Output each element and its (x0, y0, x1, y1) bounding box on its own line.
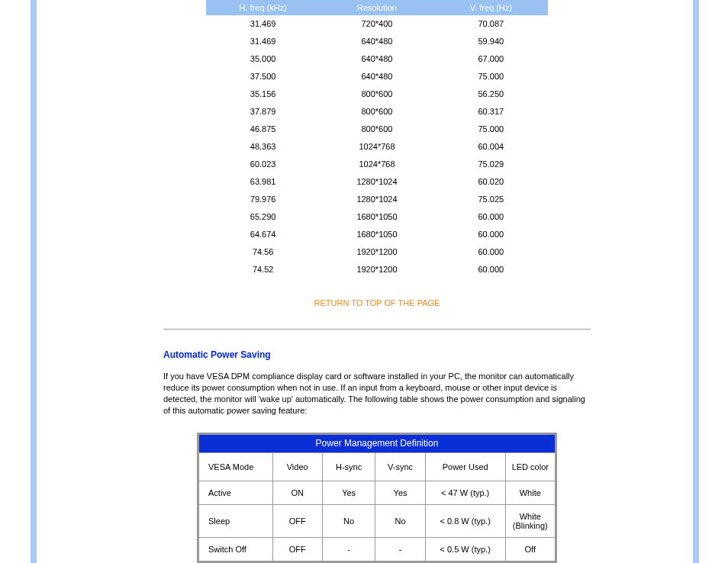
power-table-title-row: Power Management Definition (199, 435, 555, 452)
power-table-header-hsync: H-sync (323, 453, 375, 481)
section-heading-power-saving: Automatic Power Saving (163, 349, 591, 360)
table-row: 31.469640*48059.940 (206, 33, 548, 50)
table-row: 65.2901680*105060.000 (206, 208, 548, 226)
table-cell: Switch Off (199, 538, 272, 561)
power-table-header-row: VESA Mode Video H-sync V-sync Power Used… (199, 453, 555, 481)
table-cell: 720*400 (320, 15, 433, 33)
table-cell: 60.000 (434, 226, 548, 243)
table-row: 35.000640*48067.000 (206, 50, 548, 68)
table-cell: 1024*768 (320, 156, 433, 173)
table-cell: 1920*1200 (320, 261, 433, 278)
table-cell: OFF (273, 505, 322, 537)
table-cell: 35.000 (206, 50, 320, 68)
table-cell: 60.004 (434, 138, 548, 156)
table-cell: White (Blinking) (506, 505, 555, 537)
power-table-header-power: Power Used (426, 453, 505, 481)
table-cell: 35.156 (206, 85, 320, 103)
table-cell: Yes (323, 481, 375, 504)
table-cell: No (375, 505, 424, 537)
page: H. freq (kHz) Resolution V. freq (Hz) 31… (0, 0, 728, 563)
frequency-table: H. freq (kHz) Resolution V. freq (Hz) 31… (206, 0, 548, 278)
return-to-top-container: RETURN TO TOP OF THE PAGE (163, 298, 591, 307)
table-cell: 75.029 (434, 156, 548, 173)
table-cell: 31.469 (206, 15, 320, 33)
table-row: 31.469720*40070.087 (206, 15, 548, 33)
table-row: 37.500640*48075.000 (206, 68, 548, 85)
table-cell: 60.020 (434, 173, 548, 191)
table-cell: 800*600 (320, 121, 433, 138)
table-cell: 65.290 (206, 208, 320, 226)
table-cell: 79.976 (206, 191, 320, 208)
power-table-wrap: Power Management Definition VESA Mode Vi… (197, 433, 557, 563)
power-table-header-vsync: V-sync (375, 453, 424, 481)
table-row: 74.521920*120060.000 (206, 261, 548, 278)
table-cell: No (323, 505, 375, 537)
table-cell: 800*600 (320, 103, 433, 121)
table-cell: - (323, 538, 375, 561)
table-cell: 37.879 (206, 103, 320, 121)
table-cell: Off (506, 538, 555, 561)
table-cell: < 0.8 W (typ.) (426, 505, 505, 537)
right-accent-bar (693, 0, 699, 563)
table-cell: 64.674 (206, 226, 320, 243)
power-table-title: Power Management Definition (199, 435, 555, 452)
table-cell: 60.000 (434, 243, 548, 261)
freq-table-header-vfreq: V. freq (Hz) (434, 0, 548, 15)
power-management-table: Power Management Definition VESA Mode Vi… (197, 433, 557, 563)
table-cell: - (375, 538, 424, 561)
table-cell: 1680*1050 (320, 226, 433, 243)
table-row: 63.9811280*102460.020 (206, 173, 548, 191)
table-cell: < 47 W (typ.) (426, 481, 505, 504)
table-cell: 75.025 (434, 191, 548, 208)
table-cell: 63.981 (206, 173, 320, 191)
table-cell: 640*480 (320, 68, 433, 85)
main-content: H. freq (kHz) Resolution V. freq (Hz) 31… (163, 0, 591, 563)
table-cell: 48.363 (206, 138, 320, 156)
table-cell: 60.023 (206, 156, 320, 173)
freq-table-header-resolution: Resolution (320, 0, 433, 15)
table-cell: Active (199, 481, 272, 504)
power-table-header-led: LED color (506, 453, 555, 481)
return-to-top-link[interactable]: RETURN TO TOP OF THE PAGE (314, 298, 440, 307)
table-cell: White (506, 481, 555, 504)
table-cell: 800*600 (320, 85, 433, 103)
table-row: 60.0231024*76875.029 (206, 156, 548, 173)
table-cell: 46.875 (206, 121, 320, 138)
table-row: 64.6741680*105060.000 (206, 226, 548, 243)
table-cell: OFF (273, 538, 322, 561)
table-cell: 31.469 (206, 33, 320, 50)
table-cell: 1280*1024 (320, 173, 433, 191)
table-cell: 37.500 (206, 68, 320, 85)
table-cell: Yes (375, 481, 424, 504)
freq-table-body: 31.469720*40070.08731.469640*48059.94035… (206, 15, 548, 278)
table-row: Switch OffOFF--< 0.5 W (typ.)Off (199, 538, 555, 561)
table-cell: 74.52 (206, 261, 320, 278)
table-header-row: H. freq (kHz) Resolution V. freq (Hz) (206, 0, 548, 15)
table-cell: 60.000 (434, 261, 548, 278)
table-cell: 1024*768 (320, 138, 433, 156)
left-accent-bar (31, 0, 37, 563)
table-cell: ON (273, 481, 322, 504)
power-table-header-video: Video (273, 453, 322, 481)
table-row: 46.875800*60075.000 (206, 121, 548, 138)
power-saving-paragraph: If you have VESA DPM compliance display … (163, 371, 591, 416)
table-cell: 1280*1024 (320, 191, 433, 208)
freq-table-header-hfreq: H. freq (kHz) (206, 0, 320, 15)
table-row: ActiveONYesYes< 47 W (typ.)White (199, 481, 555, 504)
table-cell: 640*480 (320, 50, 433, 68)
table-cell: 75.000 (434, 121, 548, 138)
table-row: SleepOFFNoNo< 0.8 W (typ.)White (Blinkin… (199, 505, 555, 537)
table-cell: 60.000 (434, 208, 548, 226)
table-row: 74.561920*120060.000 (206, 243, 548, 261)
table-cell: 74.56 (206, 243, 320, 261)
table-cell: 60.317 (434, 103, 548, 121)
table-cell: 640*480 (320, 33, 433, 50)
table-row: 37.879800*60060.317 (206, 103, 548, 121)
table-cell: 67.000 (434, 50, 548, 68)
table-cell: 1680*1050 (320, 208, 433, 226)
table-row: 79.9761280*102475.025 (206, 191, 548, 208)
table-cell: 75.000 (434, 68, 548, 85)
table-row: 35.156800*60056.250 (206, 85, 548, 103)
table-cell: 70.087 (434, 15, 548, 33)
table-cell: 1920*1200 (320, 243, 433, 261)
